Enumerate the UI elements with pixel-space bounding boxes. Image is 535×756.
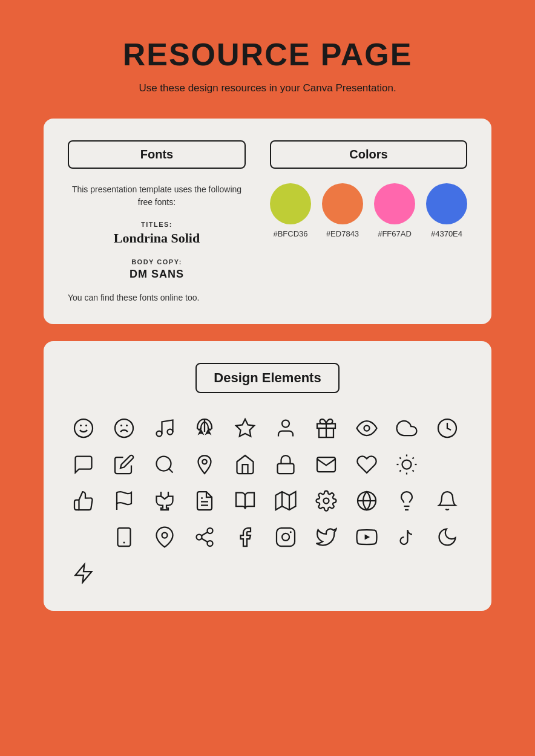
fonts-find-text: You can find these fonts online too. (68, 293, 246, 302)
svg-marker-30 (275, 492, 295, 510)
fonts-section: Fonts This presentation template uses th… (68, 140, 246, 302)
color-swatch-4: #4370E4 (426, 183, 467, 238)
svg-point-41 (208, 528, 213, 533)
design-elements-card: Design Elements (44, 341, 491, 611)
titles-label: TITLES: (68, 221, 246, 228)
megaphone-icon (68, 558, 99, 589)
sun-icon (391, 449, 422, 480)
trophy-icon (149, 485, 180, 516)
svg-marker-8 (236, 419, 254, 437)
svg-point-14 (156, 457, 171, 471)
youtube-icon (351, 521, 382, 553)
color-hex-4: #4370E4 (431, 229, 462, 238)
page-title: RESOURCE PAGE (123, 36, 413, 73)
fonts-colors-card: Fonts This presentation template uses th… (44, 119, 491, 324)
svg-point-3 (115, 419, 133, 437)
bell-icon (432, 485, 463, 516)
sad-icon (108, 412, 140, 444)
flag-icon (108, 485, 140, 516)
titles-font-name: Londrina Solid (68, 230, 246, 246)
cloud-icon (391, 412, 422, 444)
smiley-icon (68, 412, 99, 444)
map-icon (270, 485, 301, 516)
body-label: BODY COPY: (68, 258, 246, 266)
thumbsup-icon (68, 485, 99, 516)
svg-rect-46 (277, 528, 295, 546)
fonts-label: Fonts (68, 140, 246, 169)
facebook-icon (229, 521, 261, 553)
lock-icon (270, 449, 301, 480)
svg-line-45 (202, 532, 208, 536)
book-icon (229, 485, 261, 516)
color-circle-3 (374, 183, 415, 224)
document-icon (189, 485, 220, 516)
page-subtitle: Use these design resources in your Canva… (139, 82, 396, 94)
location-icon (149, 521, 180, 553)
color-swatches: #BFCD36 #ED7843 #FF67AD #4370E4 (270, 183, 467, 238)
chat-icon (68, 449, 99, 480)
svg-rect-17 (277, 464, 294, 474)
svg-marker-48 (364, 534, 370, 539)
colors-label: Colors (270, 140, 467, 169)
user-icon (270, 412, 301, 444)
icons-grid (68, 412, 467, 589)
pin-icon (189, 449, 220, 480)
svg-point-7 (167, 429, 172, 435)
empty-1 (432, 449, 463, 480)
svg-line-25 (400, 471, 401, 472)
body-font-name: DM SANS (68, 268, 246, 281)
music-icon (149, 412, 180, 444)
home-icon (229, 449, 261, 480)
svg-point-16 (203, 460, 208, 464)
pencil-icon (108, 449, 140, 480)
empty-2 (68, 521, 99, 553)
instagram-icon (270, 521, 301, 553)
svg-line-44 (202, 538, 208, 542)
design-elements-label: Design Elements (195, 363, 339, 393)
svg-line-22 (413, 471, 414, 472)
settings-icon (310, 485, 342, 516)
eye-icon (351, 412, 382, 444)
heart-icon (351, 449, 382, 480)
color-circle-2 (322, 183, 363, 224)
color-hex-1: #BFCD36 (273, 229, 307, 238)
gift-icon (310, 412, 342, 444)
globe-icon (351, 485, 382, 516)
svg-point-6 (156, 431, 162, 437)
twitter-icon (310, 521, 342, 553)
color-hex-2: #ED7843 (326, 229, 359, 238)
svg-point-40 (162, 533, 167, 538)
colors-section: Colors #BFCD36 #ED7843 #FF67AD #4370E4 (270, 140, 467, 302)
moon-icon (432, 521, 463, 553)
svg-point-43 (208, 541, 213, 546)
color-circle-1 (270, 183, 311, 224)
svg-line-21 (400, 457, 401, 458)
rocket-icon (189, 412, 220, 444)
lightbulb-icon (391, 485, 422, 516)
star-icon (229, 412, 261, 444)
tiktok-icon (391, 521, 422, 553)
svg-point-33 (323, 498, 329, 504)
color-swatch-3: #FF67AD (374, 183, 415, 238)
color-hex-3: #FF67AD (378, 229, 412, 238)
svg-point-18 (402, 460, 412, 469)
search-icon (149, 449, 180, 480)
color-swatch-1: #BFCD36 (270, 183, 311, 238)
share-icon (189, 521, 220, 553)
mail-icon (310, 449, 342, 480)
svg-point-42 (197, 535, 202, 540)
fonts-description: This presentation template uses the foll… (68, 183, 246, 209)
color-swatch-2: #ED7843 (322, 183, 363, 238)
svg-point-9 (282, 420, 289, 428)
svg-line-26 (413, 457, 414, 458)
svg-point-12 (364, 426, 369, 431)
clock-icon (432, 412, 463, 444)
mobile-icon (108, 521, 140, 553)
color-circle-4 (426, 183, 467, 224)
svg-point-0 (74, 419, 93, 437)
svg-line-15 (169, 469, 173, 473)
